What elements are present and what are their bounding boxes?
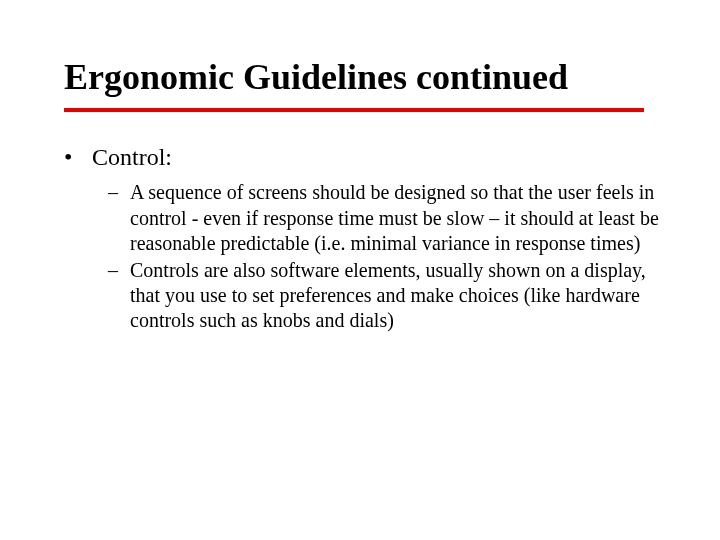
sub-bullet-list: – A sequence of screens should be design… (108, 180, 660, 333)
sub-bullet-item: – A sequence of screens should be design… (108, 180, 660, 256)
dash-icon: – (108, 180, 130, 205)
slide-body: • Control: – A sequence of screens shoul… (64, 142, 660, 334)
sub-bullet-text: Controls are also software elements, usu… (130, 258, 660, 334)
bullet-item: • Control: (64, 142, 660, 173)
dash-icon: – (108, 258, 130, 283)
sub-bullet-item: – Controls are also software elements, u… (108, 258, 660, 334)
sub-bullet-text: A sequence of screens should be designed… (130, 180, 660, 256)
slide-title: Ergonomic Guidelines continued (64, 58, 660, 98)
bullet-label: Control: (92, 142, 660, 173)
title-underline (64, 108, 644, 112)
slide: Ergonomic Guidelines continued • Control… (0, 0, 720, 540)
bullet-dot-icon: • (64, 142, 92, 173)
